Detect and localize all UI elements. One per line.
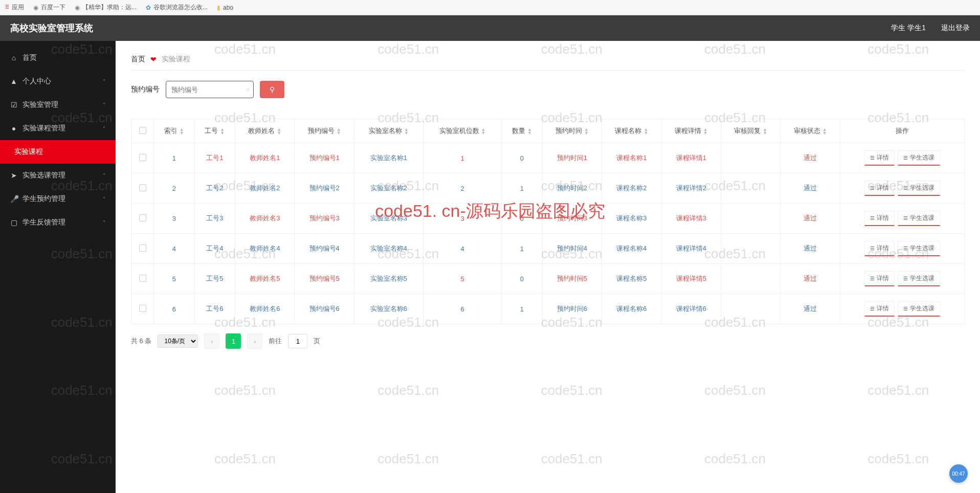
table-header[interactable]: 工号▲▼: [194, 119, 235, 143]
sidebar-item-personal[interactable]: ▲个人中心˅: [0, 70, 116, 93]
sidebar-item-lab-mgmt[interactable]: ☑实验室管理˅: [0, 93, 116, 117]
prev-page-button[interactable]: ‹: [204, 333, 219, 349]
row-checkbox[interactable]: [139, 184, 146, 191]
row-checkbox[interactable]: [139, 275, 146, 282]
select-all-checkbox[interactable]: [139, 127, 146, 134]
table-cell: 课程详情5: [661, 264, 721, 294]
table-header[interactable]: 课程详情▲▼: [661, 119, 721, 143]
table-cell: 通过: [781, 143, 840, 173]
bookmark-abo[interactable]: ▮abo: [217, 4, 233, 11]
logout-link[interactable]: 退出登录: [941, 24, 970, 33]
next-page-button[interactable]: ›: [247, 333, 262, 349]
table-cell: 3: [423, 204, 501, 234]
table-cell: 通过: [781, 294, 840, 324]
table-row: 5工号5教师姓名5预约编号5实验室名称550预约时间5课程名称5课程详情5通过☰…: [131, 264, 965, 294]
row-checkbox[interactable]: [139, 154, 146, 161]
page-1-button[interactable]: 1: [226, 333, 241, 349]
search-row: 预约编号 ○ ⚲: [131, 81, 965, 98]
table-cell: 实验室名称1: [354, 143, 423, 173]
student-select-button[interactable]: ☰学生选课: [898, 301, 940, 317]
mic-icon: 🎤: [10, 195, 17, 203]
table-header[interactable]: 实验室机位数▲▼: [423, 119, 501, 143]
sidebar-item-course-mgmt[interactable]: ●实验课程管理˄: [0, 117, 116, 140]
detail-button[interactable]: ☰详情: [864, 150, 895, 166]
student-select-button[interactable]: ☰学生选课: [898, 150, 940, 166]
goto-page-input[interactable]: [288, 334, 307, 348]
table-cell: 通过: [781, 173, 840, 204]
table-row: 3工号3教师姓名3预约编号3实验室名称330预约时间3课程名称3课程详情3通过☰…: [131, 204, 965, 234]
bookmark-google[interactable]: ✿谷歌浏览器怎么收...: [146, 3, 208, 12]
row-checkbox[interactable]: [139, 244, 146, 252]
table-cell: 课程名称3: [602, 204, 661, 234]
table-cell: 0: [502, 204, 542, 234]
table-cell: 4: [154, 234, 194, 264]
table-header[interactable]: 预约时间▲▼: [542, 119, 602, 143]
pagesize-select[interactable]: 10条/页: [158, 334, 198, 348]
chevron-down-icon: ˅: [103, 220, 105, 226]
table-cell: 2: [154, 173, 194, 204]
table-cell: 1: [502, 294, 542, 324]
table-cell: 实验室名称2: [354, 173, 423, 204]
person-icon: ▲: [10, 77, 17, 85]
student-select-button[interactable]: ☰学生选课: [898, 181, 940, 196]
table-cell: 课程名称6: [602, 294, 661, 324]
table-cell: 工号4: [194, 234, 235, 264]
sidebar-item-label: 实验课程管理: [23, 124, 65, 133]
detail-button[interactable]: ☰详情: [864, 301, 895, 317]
sidebar-item-experiment-course[interactable]: 实验课程: [0, 140, 116, 164]
table-header[interactable]: 审核状态▲▼: [781, 119, 840, 143]
sort-icon: ▲▼: [180, 128, 184, 135]
table-header[interactable]: 课程名称▲▼: [602, 119, 661, 143]
list-icon: ☰: [903, 185, 908, 191]
table-header[interactable]: 教师姓名▲▼: [235, 119, 295, 143]
sidebar-item-select-mgmt[interactable]: ➤实验选课管理˅: [0, 164, 116, 187]
detail-button[interactable]: ☰详情: [864, 181, 895, 196]
sort-icon: ▲▼: [763, 128, 767, 135]
student-select-button[interactable]: ☰学生选课: [898, 241, 940, 256]
detail-button[interactable]: ☰详情: [864, 211, 895, 226]
apps-grid-icon: ⠿: [5, 4, 9, 11]
sidebar-item-home[interactable]: ⌂首页: [0, 46, 116, 70]
check-icon: ☑: [10, 101, 17, 109]
sort-icon: ▲▼: [404, 128, 409, 135]
table-cell: 课程详情1: [661, 143, 721, 173]
search-input[interactable]: [166, 81, 254, 98]
student-select-button[interactable]: ☰学生选课: [898, 271, 940, 286]
pagination-total: 共 6 条: [131, 337, 151, 346]
bookmark-baidu[interactable]: ◉百度一下: [33, 3, 65, 12]
student-select-button[interactable]: ☰学生选课: [898, 211, 940, 226]
table-header[interactable]: 数量▲▼: [502, 119, 542, 143]
detail-button[interactable]: ☰详情: [864, 271, 895, 286]
sort-icon: ▲▼: [643, 128, 648, 135]
app-title: 高校实验室管理系统: [10, 22, 93, 34]
table-header[interactable]: 实验室名称▲▼: [354, 119, 423, 143]
table-header[interactable]: 索引▲▼: [154, 119, 194, 143]
folder-icon: ▮: [217, 4, 220, 11]
breadcrumb-home[interactable]: 首页: [131, 55, 145, 64]
bookmark-jinghua[interactable]: ◉【精华】求助：远...: [75, 3, 137, 12]
sidebar-item-label: 首页: [23, 53, 37, 62]
table-header[interactable]: 操作: [840, 119, 964, 143]
list-icon: ☰: [870, 306, 875, 311]
row-checkbox[interactable]: [139, 305, 146, 312]
table-cell: 预约时间3: [542, 204, 602, 234]
chevron-up-icon: ˄: [103, 126, 105, 131]
detail-button[interactable]: ☰详情: [864, 241, 895, 256]
table-cell: 预约时间4: [542, 234, 602, 264]
sidebar-item-reserve-mgmt[interactable]: 🎤学生预约管理˅: [0, 187, 116, 211]
table-cell: 1: [502, 234, 542, 264]
table-cell: 6: [154, 294, 194, 324]
sidebar-item-feedback-mgmt[interactable]: ▢学生反馈管理˅: [0, 211, 116, 234]
table-header[interactable]: 审核回复▲▼: [721, 119, 781, 143]
table-cell-ops: ☰详情☰学生选课: [840, 204, 964, 234]
user-info[interactable]: 学生 学生1: [891, 24, 926, 33]
table-cell: 预约时间2: [542, 173, 602, 204]
row-checkbox[interactable]: [139, 214, 146, 221]
chevron-down-icon: ˅: [103, 79, 105, 84]
search-button[interactable]: ⚲: [260, 81, 284, 98]
table-header[interactable]: 预约编号▲▼: [295, 119, 354, 143]
table-cell: 5: [423, 264, 501, 294]
bookmark-apps[interactable]: ⠿应用: [5, 3, 24, 12]
sidebar: ⌂首页 ▲个人中心˅ ☑实验室管理˅ ●实验课程管理˄ 实验课程 ➤实验选课管理…: [0, 41, 116, 493]
table-cell: 3: [154, 204, 194, 234]
